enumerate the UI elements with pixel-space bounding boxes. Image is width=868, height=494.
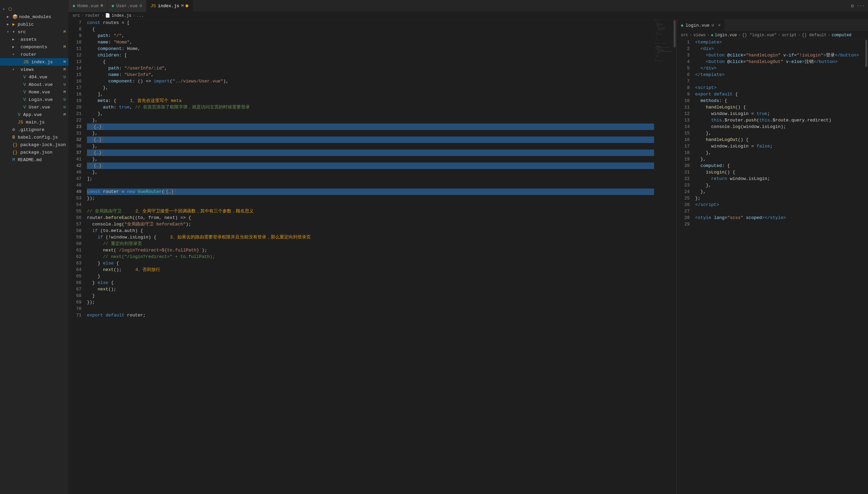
sidebar-item-babel[interactable]: B babel.config.js [0, 133, 68, 141]
scrollbar-thumb[interactable] [674, 20, 676, 48]
right-scrollbar[interactable] [865, 39, 868, 494]
folder-icon: ▶ [12, 22, 15, 27]
json-file-icon: {} [12, 150, 18, 155]
sidebar-item-about[interactable]: V About.vue U [0, 81, 68, 88]
sidebar-item-router[interactable]: ▾ router [0, 51, 68, 58]
folder-icon: ⬡ [8, 6, 12, 12]
right-code-content[interactable]: <template> <div> <button @click="handleL… [694, 39, 865, 494]
sidebar-item-404[interactable]: V 404.vue U [0, 73, 68, 81]
git-file-icon: ⚙ [12, 127, 15, 132]
sidebar-item-index-js[interactable]: JS index.js M [0, 58, 68, 66]
scrollbar[interactable] [673, 20, 676, 494]
tab-index-js[interactable]: JS index.js M [146, 0, 193, 12]
right-code-editor[interactable]: 1234567891011121314151617181920212223242… [677, 39, 868, 494]
breadcrumb-left: src › router › 📄 index.js › ... [68, 12, 868, 20]
code-content[interactable]: const routes = [ { path: "/", name: "Hom… [86, 20, 654, 494]
tree-root[interactable]: ▾ ⬡ [0, 5, 68, 13]
js-file-icon: JS [18, 120, 23, 125]
sidebar-item-pkg[interactable]: {} package.json [0, 148, 68, 156]
folder-icon: 📦 [12, 14, 18, 20]
right-scrollbar-thumb[interactable] [865, 40, 867, 67]
right-tab-bar: ◆ login.vue U × [677, 20, 868, 31]
tab-login-vue[interactable]: ◆ login.vue U × [677, 20, 725, 31]
sidebar-item-node-modules[interactable]: ▶ 📦 node_modules [0, 13, 68, 21]
tab-actions: ⚃ ··· [851, 3, 868, 9]
vue-icon: ◆ [681, 23, 684, 28]
file-tree: ▾ ⬡ ▶ 📦 node_modules ▶ ▶ public ▾ ▾ src [0, 5, 68, 494]
breadcrumb-right: src › views › ◆ login.vue › {} "login.vu… [677, 31, 868, 39]
close-icon[interactable]: × [718, 23, 721, 28]
sidebar-title [0, 0, 68, 5]
js-file-icon: JS [23, 60, 29, 65]
sidebar-item-src[interactable]: ▾ ▾ src M [0, 28, 68, 36]
right-panel: ◆ login.vue U × src › views › ◆ login.vu… [676, 20, 868, 494]
vue-file-icon: V [23, 75, 26, 80]
vue-file-icon: V [23, 90, 26, 95]
js-icon: JS [151, 3, 156, 9]
minimap: const routes = [ { path: "/", name: "Hom… [654, 20, 673, 494]
folder-open-icon: ▾ [12, 29, 15, 35]
tab-bar: ◆ Home.vue M ◆ User.vue U JS index.js M … [68, 0, 868, 12]
vue-icon: ◆ [73, 3, 75, 9]
vue-file-icon: V [23, 97, 26, 102]
sidebar-item-gitignore[interactable]: ⚙ .gitignore [0, 126, 68, 133]
vue-file-icon: V [18, 112, 21, 117]
sidebar-item-main-js[interactable]: JS main.js [0, 118, 68, 126]
sidebar: ▾ ⬡ ▶ 📦 node_modules ▶ ▶ public ▾ ▾ src [0, 0, 68, 494]
editor-area: ◆ Home.vue M ◆ User.vue U JS index.js M … [68, 0, 868, 494]
tab-user-vue[interactable]: ◆ User.vue U [107, 0, 146, 12]
sidebar-item-readme[interactable]: M README.md [0, 156, 68, 164]
vue-icon: ◆ [112, 3, 114, 9]
sidebar-item-views[interactable]: ▾ views M [0, 66, 68, 73]
line-numbers: 7891011121314151617181920212223313236374… [68, 20, 86, 494]
tree-arrow: ▾ [3, 7, 8, 11]
sidebar-item-user[interactable]: V User.vue U [0, 103, 68, 111]
split-editor-icon[interactable]: ⚃ [851, 3, 854, 9]
sidebar-item-pkg-lock[interactable]: {} package-lock.json [0, 141, 68, 148]
sidebar-item-assets[interactable]: ▶ assets [0, 36, 68, 43]
sidebar-item-components[interactable]: ▶ components M [0, 43, 68, 51]
vue-file-icon: V [23, 105, 26, 110]
md-file-icon: M [12, 157, 15, 162]
babel-file-icon: B [12, 135, 15, 140]
sidebar-item-app[interactable]: V App.vue M [0, 111, 68, 118]
unsaved-dot [186, 4, 188, 7]
sidebar-item-home[interactable]: V Home.vue M [0, 88, 68, 96]
sidebar-item-public[interactable]: ▶ ▶ public [0, 21, 68, 28]
more-actions-icon[interactable]: ··· [857, 3, 865, 9]
tab-home-vue[interactable]: ◆ Home.vue M [68, 0, 107, 12]
right-line-numbers: 1234567891011121314151617181920212223242… [677, 39, 694, 494]
vue-file-icon: V [23, 82, 26, 87]
sidebar-item-login[interactable]: V Login.vue U [0, 96, 68, 103]
left-code-editor[interactable]: 7891011121314151617181920212223313236374… [68, 20, 676, 494]
json-file-icon: {} [12, 142, 18, 147]
editors-container: 7891011121314151617181920212223313236374… [68, 20, 868, 494]
